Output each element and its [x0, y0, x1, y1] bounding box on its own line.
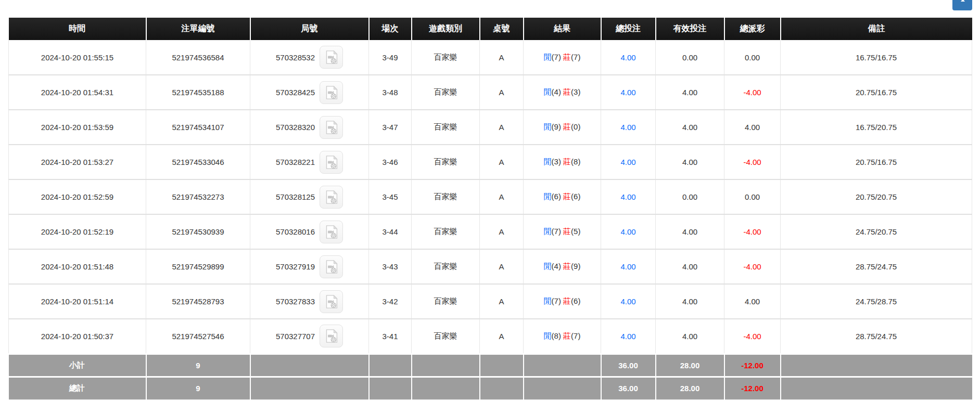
total-bet-link[interactable]: 4.00	[620, 88, 635, 97]
table-body: 2024-10-20 01:55:15 521974536584 5703285…	[9, 40, 972, 354]
cell-valid-bet: 0.00	[656, 40, 724, 75]
video-replay-button[interactable]	[320, 116, 343, 139]
cell-total-bet: 4.00	[601, 145, 656, 179]
cell-result: 閒(4) 莊(3)	[524, 75, 601, 110]
table-row: 2024-10-20 01:55:15 521974536584 5703285…	[9, 40, 972, 75]
table-row: 2024-10-20 01:52:59 521974532273 5703281…	[9, 179, 972, 214]
cell-table-no: A	[480, 75, 524, 110]
scroll-top-button[interactable]	[952, 0, 972, 10]
cell-session: 3-42	[369, 284, 412, 319]
cell-total-bet: 4.00	[601, 284, 656, 319]
player-score: (7)	[552, 296, 561, 305]
cell-valid-bet: 4.00	[656, 319, 724, 354]
table-header: 時間 注單編號 局號 場次 遊戲類別 桌號 結果 總投注 有效投注 總派彩 備註	[9, 18, 972, 40]
cell-valid-bet: 4.00	[656, 249, 724, 284]
cell-table-no: A	[480, 284, 524, 319]
cell-payout: -4.00	[724, 75, 781, 110]
video-file-icon	[325, 50, 338, 64]
cell-payout: -4.00	[724, 145, 781, 179]
round-number: 570328125	[276, 192, 315, 201]
cell-time: 2024-10-20 01:54:31	[9, 75, 146, 110]
caret-up-icon	[961, 0, 965, 2]
player-result-label: 閒	[544, 262, 552, 270]
total-bet-link[interactable]: 4.00	[620, 297, 635, 306]
video-replay-button[interactable]	[320, 81, 343, 104]
cell-payout: -4.00	[724, 319, 781, 354]
cell-time: 2024-10-20 01:52:19	[9, 214, 146, 249]
player-score: (7)	[552, 227, 561, 236]
video-replay-button[interactable]	[320, 255, 343, 278]
cell-round-id: 570328532	[250, 40, 369, 75]
video-replay-button[interactable]	[320, 325, 343, 347]
cell-round-id: 570327707	[250, 319, 369, 354]
cell-time: 2024-10-20 01:53:27	[9, 145, 146, 179]
cell-total-bet: 4.00	[601, 40, 656, 75]
cell-result: 閒(3) 莊(8)	[524, 145, 601, 179]
banker-result-label: 莊	[563, 122, 571, 131]
cell-game-type: 百家樂	[412, 110, 480, 145]
cell-game-type: 百家樂	[412, 214, 480, 249]
cell-total-bet: 4.00	[601, 214, 656, 249]
player-score: (4)	[552, 262, 561, 270]
total-bet-link[interactable]: 4.00	[620, 227, 635, 236]
cell-bet-id: 521974530939	[146, 214, 250, 249]
cell-time: 2024-10-20 01:52:59	[9, 179, 146, 214]
table-row: 2024-10-20 01:54:31 521974535188 5703284…	[9, 75, 972, 110]
cell-time: 2024-10-20 01:51:48	[9, 249, 146, 284]
total-bet-link[interactable]: 4.00	[620, 332, 635, 341]
round-number: 570328221	[276, 158, 315, 166]
total-payout: -12.00	[724, 377, 781, 399]
player-score: (6)	[552, 192, 561, 201]
total-bet-link[interactable]: 4.00	[620, 262, 635, 271]
cell-table-no: A	[480, 179, 524, 214]
total-bet-link[interactable]: 4.00	[620, 192, 635, 201]
cell-table-no: A	[480, 145, 524, 179]
cell-bet-id: 521974527546	[146, 319, 250, 354]
col-header-table-no: 桌號	[480, 18, 524, 40]
player-result-label: 閒	[544, 87, 552, 96]
cell-game-type: 百家樂	[412, 179, 480, 214]
video-replay-button[interactable]	[320, 151, 343, 174]
cell-payout: 0.00	[724, 179, 781, 214]
subtotal-label: 小計	[9, 354, 146, 377]
col-header-remark: 備註	[781, 18, 972, 40]
video-replay-button[interactable]	[320, 186, 343, 209]
video-replay-button[interactable]	[320, 290, 343, 313]
table-row: 2024-10-20 01:53:59 521974534107 5703283…	[9, 110, 972, 145]
banker-result-label: 莊	[563, 331, 571, 340]
total-valid-bet: 28.00	[656, 377, 724, 399]
col-header-round-id: 局號	[250, 18, 369, 40]
table-row: 2024-10-20 01:51:14 521974528793 5703278…	[9, 284, 972, 319]
player-score: (4)	[552, 87, 561, 96]
cell-table-no: A	[480, 40, 524, 75]
cell-round-id: 570328221	[250, 145, 369, 179]
cell-bet-id: 521974532273	[146, 179, 250, 214]
cell-valid-bet: 0.00	[656, 179, 724, 214]
round-number: 570328425	[276, 88, 315, 97]
player-result-label: 閒	[544, 192, 552, 201]
banker-score: (3)	[571, 87, 580, 96]
col-header-session: 場次	[369, 18, 412, 40]
cell-game-type: 百家樂	[412, 75, 480, 110]
video-file-icon	[325, 120, 338, 135]
cell-remark: 20.75/16.75	[781, 145, 972, 179]
cell-bet-id: 521974534107	[146, 110, 250, 145]
banker-score: (0)	[571, 122, 580, 131]
subtotal-row: 小計 9 36.00 28.00 -12.00	[9, 354, 972, 377]
player-result-label: 閒	[544, 227, 552, 236]
total-bet-link[interactable]: 4.00	[620, 158, 635, 166]
player-result-label: 閒	[544, 296, 552, 305]
cell-result: 閒(8) 莊(7)	[524, 319, 601, 354]
total-bet-link[interactable]: 4.00	[620, 123, 635, 132]
total-label: 總計	[9, 377, 146, 399]
video-replay-button[interactable]	[320, 46, 343, 69]
cell-time: 2024-10-20 01:50:37	[9, 319, 146, 354]
video-replay-button[interactable]	[320, 221, 343, 243]
video-file-icon	[325, 225, 338, 239]
total-bet-link[interactable]: 4.00	[620, 53, 635, 62]
col-header-bet-id: 注單編號	[146, 18, 250, 40]
cell-valid-bet: 4.00	[656, 75, 724, 110]
cell-total-bet: 4.00	[601, 110, 656, 145]
cell-round-id: 570328320	[250, 110, 369, 145]
cell-session: 3-47	[369, 110, 412, 145]
